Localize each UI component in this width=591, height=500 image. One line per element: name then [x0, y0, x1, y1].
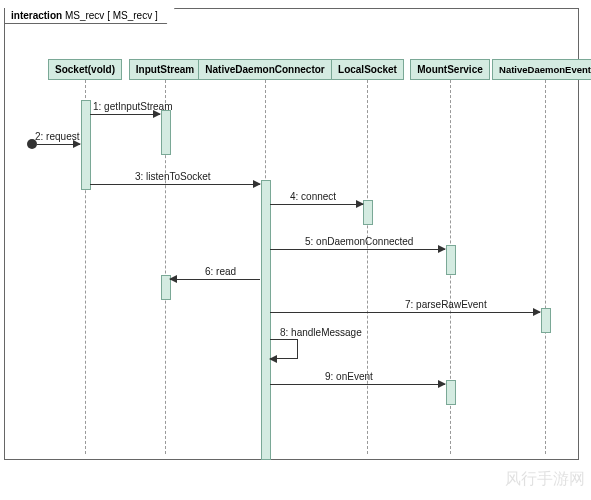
lifeline-inputstream: InputStream [130, 59, 200, 454]
lifeline-line-connector [265, 80, 266, 454]
activation-localsocket [363, 200, 373, 225]
activation-event [541, 308, 551, 333]
activation-socket [81, 100, 91, 190]
arrow-icon [533, 308, 541, 316]
lifeline-localsocket: LocalSocket [330, 59, 405, 454]
lifeline-event: NativeDaemonEvent [495, 59, 591, 454]
lifeline-head-inputstream: InputStream [129, 59, 201, 80]
message-label-4: 4: connect [290, 191, 336, 202]
message-7 [270, 312, 540, 313]
message-6 [170, 279, 260, 280]
lifelines-area: Socket(vold) InputStream NativeDaemonCon… [5, 59, 578, 454]
arrow-icon [269, 355, 277, 363]
message-label-1: 1: getInputStream [93, 101, 173, 112]
lifeline-line-socket [85, 80, 86, 454]
message-1 [90, 114, 160, 115]
lifeline-line-mountservice [450, 80, 451, 454]
arrow-icon [169, 275, 177, 283]
lifeline-head-mountservice: MountService [410, 59, 490, 80]
arrow-icon [438, 245, 446, 253]
frame-params: [ MS_recv ] [107, 10, 158, 21]
arrow-icon [253, 180, 261, 188]
lifeline-line-localsocket [367, 80, 368, 454]
lifeline-head-event: NativeDaemonEvent [492, 59, 591, 80]
activation-mountservice-1 [446, 245, 456, 275]
arrow-icon [438, 380, 446, 388]
message-label-9: 9: onEvent [325, 371, 373, 382]
lifeline-head-connector: NativeDaemonConnector [198, 59, 331, 80]
lifeline-line-inputstream [165, 80, 166, 454]
message-label-8: 8: handleMessage [280, 327, 362, 338]
lifeline-connector: NativeDaemonConnector [205, 59, 325, 454]
message-label-2: 2: request [35, 131, 79, 142]
lifeline-head-localsocket: LocalSocket [331, 59, 404, 80]
message-label-5: 5: onDaemonConnected [305, 236, 413, 247]
activation-mountservice-2 [446, 380, 456, 405]
watermark-text: 风行手游网 [505, 469, 585, 490]
message-label-3: 3: listenToSocket [135, 171, 211, 182]
sequence-diagram-frame: interaction MS_recv [ MS_recv ] Socket(v… [4, 8, 579, 460]
lifeline-socket: Socket(vold) [45, 59, 125, 454]
lifeline-head-socket: Socket(vold) [48, 59, 122, 80]
activation-connector [261, 180, 271, 460]
lifeline-line-event [545, 80, 546, 454]
activation-inputstream-1 [161, 110, 171, 155]
message-2 [37, 144, 80, 145]
message-9 [270, 384, 445, 385]
lifeline-mountservice: MountService [410, 59, 490, 454]
message-4 [270, 204, 363, 205]
message-5 [270, 249, 445, 250]
frame-title-tab: interaction MS_recv [ MS_recv ] [4, 8, 175, 24]
message-8 [270, 339, 298, 359]
frame-keyword: interaction [11, 10, 62, 21]
arrow-icon [356, 200, 364, 208]
message-label-7: 7: parseRawEvent [405, 299, 487, 310]
message-3 [90, 184, 260, 185]
message-label-6: 6: read [205, 266, 236, 277]
frame-name: MS_recv [65, 10, 104, 21]
